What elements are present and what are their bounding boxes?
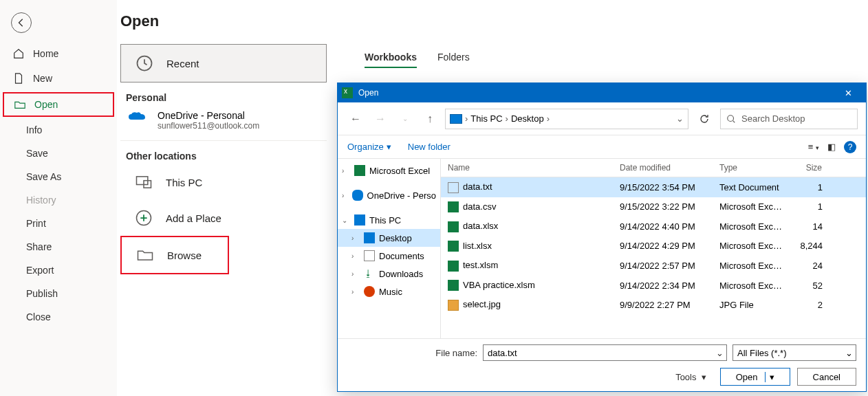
tree-excel[interactable]: ›Microsoft Excel — [338, 162, 440, 179]
dialog-toolbar: Organize ▾ New folder ≡ ▾ ◧ ? — [338, 135, 866, 159]
file-icon — [448, 182, 459, 193]
new-folder-button[interactable]: New folder — [408, 142, 451, 152]
view-mode-button[interactable]: ≡ ▾ — [808, 142, 819, 152]
nav-info[interactable]: Info — [0, 118, 117, 142]
nav-close[interactable]: Close — [0, 305, 117, 329]
dialog-titlebar[interactable]: Open ✕ — [338, 83, 866, 102]
filename-input[interactable]: data.txt ⌄ — [483, 344, 727, 361]
tree-downloads[interactable]: ›⭳Downloads — [338, 265, 440, 283]
nav-up-button[interactable]: ↑ — [420, 109, 440, 129]
file-icon — [448, 261, 459, 272]
breadcrumb-desktop[interactable]: Desktop — [511, 113, 544, 124]
nav-open[interactable]: Open — [3, 92, 114, 117]
onedrive-icon — [352, 190, 363, 201]
open-tabs: Workbooks Folders — [365, 52, 470, 68]
home-icon — [12, 47, 25, 60]
file-row[interactable]: data.csv9/15/2022 3:22 PMMicrosoft Excel… — [441, 197, 866, 217]
close-icon[interactable]: ✕ — [834, 88, 862, 98]
chevron-down-icon[interactable]: ⌄ — [716, 348, 724, 358]
file-icon — [448, 241, 459, 252]
file-row[interactable]: data.txt9/15/2022 3:54 PMText Document1 — [441, 177, 866, 197]
file-open-dialog: Open ✕ ← → ⌄ ↑ › This PC › Desktop › ⌄ S… — [337, 82, 867, 392]
personal-label: Personal — [126, 92, 347, 103]
onedrive-personal[interactable]: OneDrive - Personal sunflower511@outlook… — [120, 106, 347, 135]
dialog-footer: File name: data.txt ⌄ All Files (*.*) ⌄ … — [338, 338, 866, 391]
backstage-sidebar: Home New Open Info Save Save As History … — [0, 0, 117, 396]
tree-desktop[interactable]: ›Desktop — [338, 229, 440, 247]
nav-home[interactable]: Home — [0, 41, 117, 66]
col-date[interactable]: Date modified — [613, 159, 713, 177]
organize-menu[interactable]: Organize ▾ — [347, 142, 391, 152]
svg-point-4 — [728, 115, 734, 121]
nav-publish[interactable]: Publish — [0, 282, 117, 305]
tab-workbooks[interactable]: Workbooks — [365, 52, 417, 68]
file-row[interactable]: test.xlsm9/14/2022 2:57 PMMicrosoft Exce… — [441, 256, 866, 276]
help-button[interactable]: ? — [844, 141, 856, 153]
other-locations-label: Other locations — [126, 151, 347, 162]
folder-tree: ›Microsoft Excel ›OneDrive - Perso ⌄This… — [338, 159, 441, 338]
open-button[interactable]: Open▾ — [720, 368, 790, 386]
page-title: Open — [120, 12, 347, 30]
nav-home-label: Home — [33, 48, 58, 59]
file-list-header: Name Date modified Type Size — [441, 159, 866, 177]
preview-pane-button[interactable]: ◧ — [827, 142, 836, 152]
thispc-icon — [134, 173, 153, 192]
onedrive-icon — [127, 110, 147, 124]
thispc-item[interactable]: This PC — [120, 164, 347, 200]
file-row[interactable]: select.jpg9/9/2022 2:27 PMJPG File2 — [441, 295, 866, 315]
nav-saveas[interactable]: Save As — [0, 165, 117, 188]
nav-back-button[interactable]: ← — [346, 109, 365, 129]
pc-icon — [450, 114, 462, 124]
recent-item[interactable]: Recent — [120, 44, 327, 82]
back-button[interactable] — [11, 12, 32, 33]
tools-menu[interactable]: Tools ▾ — [675, 372, 706, 382]
desktop-icon — [364, 232, 375, 243]
add-place-item[interactable]: Add a Place — [120, 200, 347, 236]
clock-icon — [135, 54, 154, 73]
nav-new[interactable]: New — [0, 66, 117, 91]
file-icon — [448, 280, 459, 291]
tree-documents[interactable]: ›Documents — [338, 247, 440, 265]
address-bar[interactable]: › This PC › Desktop › ⌄ — [445, 109, 688, 129]
tab-folders[interactable]: Folders — [437, 52, 470, 68]
file-icon — [448, 201, 459, 212]
nav-recent-dropdown[interactable]: ⌄ — [395, 109, 415, 129]
nav-share[interactable]: Share — [0, 235, 117, 258]
refresh-icon — [699, 113, 710, 124]
add-place-icon — [134, 208, 153, 228]
dialog-navbar: ← → ⌄ ↑ › This PC › Desktop › ⌄ Search D… — [338, 102, 866, 135]
file-row[interactable]: data.xlsx9/14/2022 4:40 PMMicrosoft Exce… — [441, 217, 866, 236]
col-type[interactable]: Type — [713, 159, 792, 177]
nav-new-label: New — [33, 73, 52, 84]
chevron-down-icon: ▾ — [387, 142, 391, 152]
nav-history: History — [0, 188, 117, 212]
breadcrumb-thispc[interactable]: This PC — [470, 113, 502, 124]
open-split-dropdown[interactable]: ▾ — [765, 372, 774, 382]
chevron-down-icon[interactable]: ⌄ — [676, 113, 684, 124]
open-panel: Open Recent Personal OneDrive - Personal… — [120, 0, 347, 396]
browse-item[interactable]: Browse — [120, 236, 229, 274]
folder-open-icon — [14, 98, 26, 111]
col-size[interactable]: Size — [792, 159, 829, 177]
cancel-button[interactable]: Cancel — [797, 368, 856, 386]
col-name[interactable]: Name — [441, 159, 613, 177]
file-icon — [448, 221, 459, 232]
tree-thispc[interactable]: ⌄This PC — [338, 211, 440, 229]
file-row[interactable]: list.xlsx9/14/2022 4:29 PMMicrosoft Exce… — [441, 236, 866, 256]
chevron-down-icon[interactable]: ⌄ — [845, 348, 853, 358]
nav-forward-button: → — [371, 109, 390, 129]
nav-export[interactable]: Export — [0, 258, 117, 282]
file-row[interactable]: VBA practice.xlsm9/14/2022 2:34 PMMicros… — [441, 276, 866, 296]
file-filter-select[interactable]: All Files (*.*) ⌄ — [733, 344, 856, 361]
divider — [120, 140, 327, 141]
nav-save[interactable]: Save — [0, 142, 117, 165]
pc-icon — [354, 214, 365, 226]
file-list: Name Date modified Type Size data.txt9/1… — [441, 159, 866, 338]
tree-onedrive[interactable]: ›OneDrive - Perso — [338, 186, 440, 204]
search-input[interactable]: Search Desktop — [720, 109, 858, 129]
nav-print[interactable]: Print — [0, 212, 117, 235]
refresh-button[interactable] — [694, 109, 715, 129]
search-icon — [726, 114, 736, 124]
tree-music[interactable]: ›Music — [338, 283, 440, 300]
arrow-left-icon — [17, 18, 26, 28]
